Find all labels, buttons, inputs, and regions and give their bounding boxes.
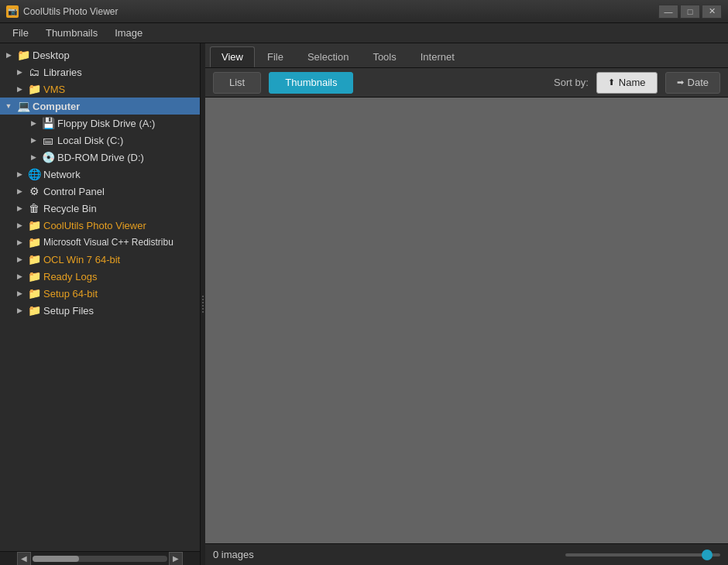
zoom-slider-container — [565, 553, 720, 556]
tree-arrow-network: ▶ — [14, 169, 25, 180]
hscroll-left-button[interactable]: ◀ — [17, 552, 31, 566]
menu-file[interactable]: File — [5, 25, 36, 41]
tab-tools[interactable]: Tools — [361, 46, 407, 67]
tab-internet[interactable]: Internet — [409, 46, 466, 67]
tree-arrow-computer: ▼ — [3, 101, 14, 111]
tree-arrow-ocl: ▶ — [14, 254, 25, 265]
folder-icon-desktop: 📁 — [16, 48, 30, 62]
zoom-slider[interactable] — [565, 553, 720, 556]
tree-arrow-libraries: ▶ — [14, 67, 25, 77]
sort-by-label: Sort by: — [554, 77, 589, 88]
tree-hscrollbar: ◀ ▶ — [0, 551, 200, 565]
hscroll-thumb[interactable] — [33, 556, 79, 562]
sort-name-label: Name — [619, 77, 646, 88]
resize-dot — [202, 296, 204, 297]
tree-label-setup-64: Setup 64-bit — [43, 288, 98, 300]
view-toolbar: List Thumbnails Sort by: ⬆ Name ➡ Date — [205, 68, 728, 98]
tree-arrow-setup-files: ▶ — [14, 305, 25, 316]
tree-label-local-c: Local Disk (C:) — [57, 135, 123, 146]
menu-image[interactable]: Image — [107, 25, 150, 41]
tree-item-ocl-win7[interactable]: ▶ 📁 OCL Win 7 64-bit — [0, 251, 200, 268]
tree-item-network[interactable]: ▶ 🌐 Network — [0, 166, 200, 183]
tab-bar: View File Selection Tools Internet — [205, 43, 728, 68]
folder-icon-ocl: 📁 — [27, 252, 41, 266]
window-controls: — □ ✕ — [658, 5, 722, 19]
tree-arrow-desktop: ▶ — [3, 50, 14, 60]
close-button[interactable]: ✕ — [702, 5, 722, 19]
tree-item-setup-files[interactable]: ▶ 📁 Setup Files — [0, 302, 200, 319]
tree-label-ocl: OCL Win 7 64-bit — [43, 254, 120, 265]
hscroll-right-button[interactable]: ▶ — [169, 552, 183, 566]
folder-icon-ms-cpp: 📁 — [27, 235, 41, 249]
zoom-thumb[interactable] — [702, 550, 713, 560]
tree-item-computer[interactable]: ▼ 💻 Computer — [0, 98, 200, 115]
sort-date-arrow: ➡ — [677, 77, 684, 87]
folder-icon-setup-files: 📁 — [27, 303, 41, 317]
drive-icon-floppy: 💾 — [41, 116, 55, 130]
resize-dot — [202, 311, 204, 313]
tree-item-bdrom[interactable]: ▶ 💿 BD-ROM Drive (D:) — [0, 149, 200, 166]
tree-label-setup-files: Setup Files — [43, 305, 94, 317]
tree-label-ready-logs: Ready Logs — [43, 271, 97, 282]
maximize-button[interactable]: □ — [680, 5, 700, 19]
recycle-icon: 🗑 — [27, 201, 41, 215]
tree-item-control-panel[interactable]: ▶ ⚙ Control Panel — [0, 183, 200, 200]
tree-arrow-bdrom: ▶ — [28, 152, 39, 163]
folder-icon-setup-64: 📁 — [27, 286, 41, 300]
title-text: CoolUtils Photo Viewer — [23, 6, 118, 17]
folder-icon-coolutils: 📁 — [27, 218, 41, 232]
tree-item-recycle[interactable]: ▶ 🗑 Recycle Bin — [0, 200, 200, 217]
tree-arrow-setup-64: ▶ — [14, 288, 25, 299]
tree-label-network: Network — [43, 169, 81, 180]
drive-icon-bd: 💿 — [41, 150, 55, 164]
hscroll-track[interactable] — [33, 556, 167, 562]
tree-item-coolutils[interactable]: ▶ 📁 CoolUtils Photo Viewer — [0, 217, 200, 234]
library-icon: 🗂 — [27, 65, 41, 79]
tree-item-setup-64[interactable]: ▶ 📁 Setup 64-bit — [0, 285, 200, 302]
tree-item-local-c[interactable]: ▶ 🖴 Local Disk (C:) — [0, 132, 200, 149]
folder-icon-vms: 📁 — [27, 82, 41, 96]
tab-selection[interactable]: Selection — [296, 46, 360, 67]
resize-dot — [202, 308, 204, 310]
tree-label-libraries: Libraries — [43, 67, 82, 78]
tree-item-ms-cpp[interactable]: ▶ 📁 Microsoft Visual C++ Redistribu — [0, 234, 200, 251]
resize-dot — [202, 305, 204, 306]
tree-item-ready-logs[interactable]: ▶ 📁 Ready Logs — [0, 268, 200, 285]
tab-file[interactable]: File — [256, 46, 295, 67]
tree-arrow-local-c: ▶ — [28, 135, 39, 146]
network-icon: 🌐 — [27, 167, 41, 181]
tab-view[interactable]: View — [210, 46, 255, 67]
sort-date-label: Date — [688, 77, 709, 88]
app-icon: 📷 — [6, 5, 19, 18]
tree-label-computer: Computer — [33, 101, 80, 112]
left-panel: ▶ 📁 Desktop ▶ 🗂 Libraries ▶ 📁 VMS ▼ 💻 Co… — [0, 43, 201, 565]
tree-label-bdrom: BD-ROM Drive (D:) — [57, 152, 144, 163]
control-panel-icon: ⚙ — [27, 184, 41, 198]
status-bar: 0 images — [205, 543, 728, 565]
menu-thumbnails[interactable]: Thumbnails — [38, 25, 105, 41]
tree-label-vms: VMS — [43, 84, 65, 95]
drive-icon-c: 🖴 — [41, 133, 55, 147]
image-count: 0 images — [213, 549, 254, 560]
title-bar: 📷 CoolUtils Photo Viewer — □ ✕ — [0, 0, 728, 23]
computer-icon: 💻 — [16, 99, 30, 113]
main-area: ▶ 📁 Desktop ▶ 🗂 Libraries ▶ 📁 VMS ▼ 💻 Co… — [0, 43, 728, 565]
tree-label-coolutils: CoolUtils Photo Viewer — [43, 220, 146, 231]
tree-arrow-coolutils: ▶ — [14, 220, 25, 231]
tree-item-libraries[interactable]: ▶ 🗂 Libraries — [0, 63, 200, 80]
tree-item-desktop[interactable]: ▶ 📁 Desktop — [0, 46, 200, 63]
sort-name-button[interactable]: ⬆ Name — [596, 72, 658, 94]
right-panel: View File Selection Tools Internet List … — [205, 43, 728, 565]
sort-date-button[interactable]: ➡ Date — [665, 72, 720, 94]
minimize-button[interactable]: — — [658, 5, 678, 19]
tree-arrow-ready-logs: ▶ — [14, 271, 25, 282]
tree-item-floppy[interactable]: ▶ 💾 Floppy Disk Drive (A:) — [0, 115, 200, 132]
tree-arrow-floppy: ▶ — [28, 118, 39, 128]
file-tree[interactable]: ▶ 📁 Desktop ▶ 🗂 Libraries ▶ 📁 VMS ▼ 💻 Co… — [0, 43, 200, 551]
tree-item-vms[interactable]: ▶ 📁 VMS — [0, 80, 200, 98]
tree-arrow-ms-cpp: ▶ — [14, 237, 25, 248]
tree-arrow-recycle: ▶ — [14, 203, 25, 214]
thumbnails-view-button[interactable]: Thumbnails — [269, 72, 353, 94]
resize-dot — [202, 299, 204, 300]
list-view-button[interactable]: List — [213, 72, 261, 94]
